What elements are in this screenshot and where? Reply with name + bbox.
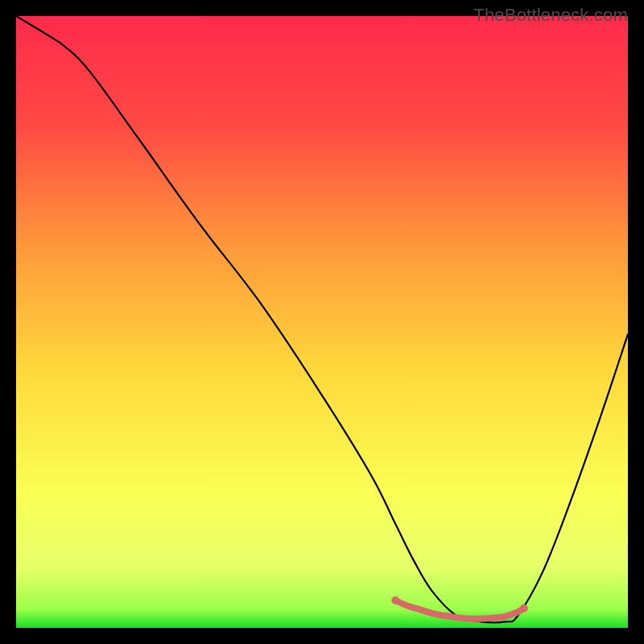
- optimal-band-endpoint: [391, 597, 399, 605]
- optimal-band-endpoint: [520, 605, 528, 613]
- gradient-background: [16, 16, 628, 628]
- watermark-text: TheBottleneck.com: [473, 5, 628, 26]
- chart-container: { "watermark": "TheBottleneck.com", "cha…: [0, 0, 644, 644]
- chart-plot: [16, 16, 628, 628]
